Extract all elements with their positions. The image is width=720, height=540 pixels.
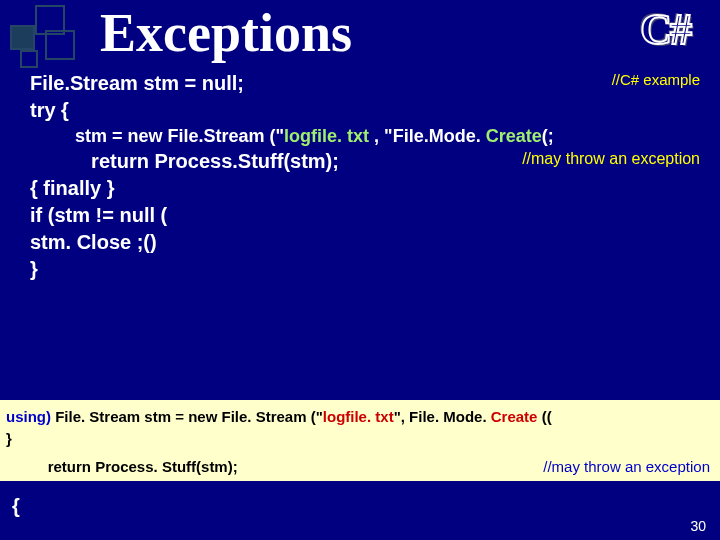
code-line: try { [30, 97, 700, 124]
code-line: } [6, 428, 710, 450]
comment: //may throw an exception [543, 456, 710, 478]
csharp-logo: C# [640, 4, 690, 55]
code-line: File. Stream stm = new File. Stream (" [55, 406, 323, 428]
code-token: Create [491, 406, 538, 428]
keyword: using) [6, 406, 55, 428]
page-number: 30 [690, 518, 706, 534]
code-line: return Process.Stuff(stm); [30, 148, 339, 175]
code-token: Create [486, 124, 542, 148]
code-block-bottom: using) File. Stream stm = new File. Stre… [0, 400, 720, 481]
code-line: } [30, 256, 700, 283]
slide-title: Exceptions [100, 2, 352, 64]
code-brace: { [12, 495, 20, 518]
comment: //may throw an exception [522, 148, 700, 175]
code-line: (; [542, 124, 559, 148]
code-line: if (stm != null ( [30, 202, 700, 229]
code-line: (( [537, 406, 551, 428]
code-line: return Process. Stuff(stm); [6, 456, 238, 478]
string-literal: logfile. txt [323, 406, 394, 428]
code-line: stm = new File.Stream (" [30, 124, 284, 148]
string-literal: logfile. txt [284, 124, 369, 148]
comment: //C# example [612, 70, 700, 97]
code-line: , "File.Mode. [369, 124, 486, 148]
code-line: { finally } [30, 175, 700, 202]
code-block-main: File.Stream stm = null; //C# example try… [30, 70, 700, 283]
decorative-squares [5, 5, 105, 75]
code-line: ", File. Mode. [394, 406, 491, 428]
code-line: File.Stream stm = null; [30, 70, 244, 97]
code-line: stm. Close ;() [30, 229, 700, 256]
